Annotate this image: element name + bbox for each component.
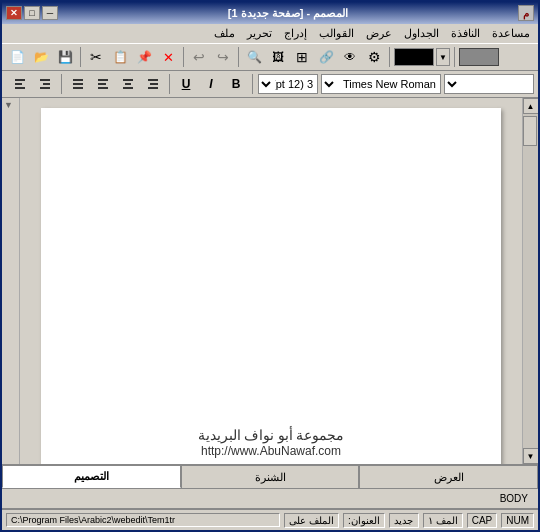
menu-view[interactable]: عرض — [360, 25, 398, 42]
cap-indicator: CAP — [467, 513, 498, 528]
menu-insert[interactable]: إدراج — [278, 25, 313, 42]
svg-rect-16 — [15, 83, 22, 85]
editor-scroll[interactable]: مجموعة أبو نواف البريدية http://www.AbuN… — [20, 98, 522, 464]
left-ruler: ▼ — [2, 98, 20, 464]
page-footer: مجموعة أبو نواف البريدية http://www.AbuN… — [198, 427, 345, 458]
delete-button[interactable] — [157, 46, 179, 68]
window-controls: ─ □ ✕ — [6, 6, 58, 20]
page-canvas[interactable]: مجموعة أبو نواف البريدية http://www.AbuN… — [41, 108, 501, 464]
gear-button[interactable] — [363, 46, 385, 68]
separator-2 — [183, 47, 184, 67]
page-indicator: المف ١ — [423, 513, 463, 528]
scroll-thumb[interactable] — [523, 116, 537, 146]
format-bar: Times New Roman 3 (12 pt) B I U — [2, 71, 538, 98]
svg-rect-3 — [123, 79, 133, 81]
table-button[interactable] — [291, 46, 313, 68]
menu-edit[interactable]: تحرير — [241, 25, 278, 42]
app-icon: م — [518, 5, 534, 21]
italic-button[interactable]: I — [200, 73, 222, 95]
separator-1 — [80, 47, 81, 67]
fmt-sep-1 — [252, 74, 253, 94]
scroll-track — [523, 114, 538, 448]
open-button[interactable] — [30, 46, 52, 68]
menu-file[interactable]: ملف — [208, 25, 241, 42]
svg-rect-10 — [73, 83, 83, 85]
new-button[interactable] — [6, 46, 28, 68]
svg-rect-1 — [150, 83, 158, 85]
preview-button[interactable] — [339, 46, 361, 68]
justify-button[interactable] — [67, 73, 89, 95]
body-indicator: BODY — [494, 489, 534, 508]
tab-source[interactable]: الشنرة — [181, 465, 360, 488]
color-box[interactable] — [394, 48, 434, 66]
link-button[interactable] — [315, 46, 337, 68]
menu-tables[interactable]: الجداول — [398, 25, 445, 42]
svg-rect-0 — [148, 79, 158, 81]
align-left-button[interactable] — [92, 73, 114, 95]
fmt-sep-3 — [61, 74, 62, 94]
ruler-arrow: ▼ — [4, 100, 13, 110]
body-label: BODY — [500, 493, 528, 504]
svg-rect-15 — [15, 79, 25, 81]
editor-area: ▼ مجموعة أبو نواف البريدية http://www.Ab… — [2, 98, 538, 464]
svg-rect-8 — [98, 87, 108, 89]
svg-rect-5 — [123, 87, 133, 89]
redo-button[interactable] — [212, 46, 234, 68]
align-right-button[interactable] — [142, 73, 164, 95]
svg-rect-11 — [73, 87, 83, 89]
align-center-button[interactable] — [117, 73, 139, 95]
color-dropdown[interactable]: ▼ — [436, 48, 450, 66]
outdent-button[interactable] — [9, 73, 31, 95]
vertical-scrollbar: ▲ ▼ — [522, 98, 538, 464]
bold-button[interactable]: B — [225, 73, 247, 95]
maximize-button[interactable]: □ — [24, 6, 40, 20]
status-bar-1: BODY — [2, 488, 538, 508]
svg-rect-7 — [98, 83, 106, 85]
tab-design[interactable]: التصميم — [2, 465, 181, 488]
minimize-button[interactable]: ─ — [42, 6, 58, 20]
size-select[interactable]: 3 (12 pt) — [258, 74, 318, 94]
close-button[interactable]: ✕ — [6, 6, 22, 20]
indent-button[interactable] — [34, 73, 56, 95]
title-label: العنوان: — [343, 513, 385, 528]
svg-rect-9 — [73, 79, 83, 81]
fmt-sep-2 — [169, 74, 170, 94]
menu-help[interactable]: مساعدة — [486, 25, 536, 42]
new-indicator: جديد — [389, 513, 419, 528]
title-bar: م المصمم - [صفحة جديدة 1] ─ □ ✕ — [2, 2, 538, 24]
num-indicator: NUM — [501, 513, 534, 528]
style-select[interactable] — [444, 74, 534, 94]
paste-button[interactable] — [133, 46, 155, 68]
image-button[interactable] — [267, 46, 289, 68]
svg-rect-13 — [43, 83, 50, 85]
svg-rect-12 — [40, 79, 50, 81]
separator-5 — [454, 47, 455, 67]
main-toolbar: ▼ — [2, 44, 538, 71]
file-on-label: الملف على — [284, 513, 339, 528]
color-swatch-dark[interactable] — [459, 48, 499, 66]
underline-button[interactable]: U — [175, 73, 197, 95]
file-path: C:\Program Files\Arabic2\webedit\Tem1tr — [6, 513, 280, 527]
menu-templates[interactable]: القوالب — [313, 25, 360, 42]
scroll-down-button[interactable]: ▼ — [523, 448, 539, 464]
menu-bar: مساعدة النافذة الجداول عرض القوالب إدراج… — [2, 24, 538, 44]
svg-rect-17 — [15, 87, 25, 89]
svg-rect-2 — [148, 87, 158, 89]
separator-4 — [389, 47, 390, 67]
save-button[interactable] — [54, 46, 76, 68]
search-button[interactable] — [243, 46, 265, 68]
tabs-bar: العرض الشنرة التصميم — [2, 464, 538, 488]
undo-button[interactable] — [188, 46, 210, 68]
scroll-up-button[interactable]: ▲ — [523, 98, 539, 114]
svg-rect-6 — [98, 79, 108, 81]
window-title: المصمم - [صفحة جديدة 1] — [58, 7, 518, 20]
main-window: م المصمم - [صفحة جديدة 1] ─ □ ✕ مساعدة ا… — [0, 0, 540, 532]
svg-rect-4 — [125, 83, 131, 85]
separator-3 — [238, 47, 239, 67]
copy-button[interactable] — [109, 46, 131, 68]
menu-window[interactable]: النافذة — [445, 25, 486, 42]
font-select[interactable]: Times New Roman — [321, 74, 441, 94]
footer-arabic: مجموعة أبو نواف البريدية — [198, 427, 345, 444]
tab-view[interactable]: العرض — [359, 465, 538, 488]
cut-button[interactable] — [85, 46, 107, 68]
